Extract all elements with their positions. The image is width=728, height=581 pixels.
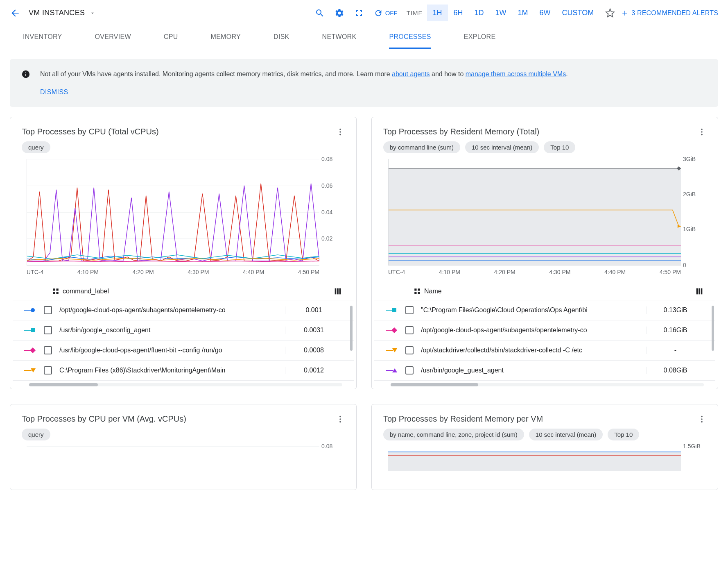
time-chip-1d[interactable]: 1D <box>469 5 490 21</box>
vertical-scrollbar[interactable] <box>712 306 714 351</box>
chart-cpu-total[interactable]: 0.08 0.06 0.04 0.02 <box>10 159 356 266</box>
series-marker <box>386 328 398 332</box>
banner-link-about-agents[interactable]: about agents <box>392 70 430 77</box>
series-marker <box>386 348 398 352</box>
tab-disk[interactable]: DISK <box>274 26 289 49</box>
time-chip-1h[interactable]: 1H <box>427 5 448 21</box>
legend-table: Name "C:\Program Files\Google\Cloud Oper… <box>374 283 715 386</box>
star-icon[interactable] <box>605 8 615 18</box>
svg-rect-3 <box>53 288 55 290</box>
chip[interactable]: by name, command line, zone, project id … <box>383 429 524 440</box>
svg-rect-6 <box>57 292 59 294</box>
series-marker <box>24 328 36 332</box>
tab-memory[interactable]: MEMORY <box>211 26 241 49</box>
card-menu-icon[interactable] <box>336 127 345 136</box>
horizontal-scrollbar[interactable] <box>391 383 704 386</box>
legend-row: C:\Program Files (x86)\Stackdriver\Monit… <box>13 361 354 381</box>
dismiss-button[interactable]: DISMISS <box>40 87 568 98</box>
card-menu-icon[interactable] <box>697 127 706 136</box>
horizontal-scrollbar[interactable] <box>29 383 342 386</box>
fullscreen-icon[interactable] <box>354 8 364 18</box>
series-checkbox[interactable] <box>405 346 414 354</box>
value-cell: 0.13GiB <box>647 306 704 314</box>
time-chip-1m[interactable]: 1M <box>512 5 534 21</box>
tab-cpu[interactable]: CPU <box>164 26 178 49</box>
command-label: /opt/google-cloud-ops-agent/subagents/op… <box>421 327 647 334</box>
series-checkbox[interactable] <box>44 366 52 374</box>
tab-inventory[interactable]: INVENTORY <box>23 26 62 49</box>
time-chip-1w[interactable]: 1W <box>490 5 512 21</box>
vertical-scrollbar[interactable] <box>350 306 353 351</box>
series-checkbox[interactable] <box>44 326 52 334</box>
column-select-icon[interactable] <box>695 287 704 296</box>
tab-explore[interactable]: EXPLORE <box>464 26 496 49</box>
chart-memory-total[interactable]: 3GiB 2GiB 1GiB 0 <box>372 159 718 266</box>
x-axis: UTC-4 4:10 PM 4:20 PM 4:30 PM 4:40 PM 4:… <box>384 266 705 279</box>
breakdown-icon[interactable] <box>52 288 59 295</box>
legend-header: command_label <box>63 288 109 295</box>
time-chip-custom[interactable]: CUSTOM <box>556 5 600 21</box>
banner-text-3: . <box>566 70 567 77</box>
value-cell: 0.001 <box>285 306 342 314</box>
legend-row: /usr/bin/google_guest_agent 0.08GiB <box>374 361 715 381</box>
legend-row: /usr/lib/google-cloud-ops-agent/fluent-b… <box>13 340 354 361</box>
card-title: Top Processes by CPU (Total vCPUs) <box>22 127 336 136</box>
tab-network[interactable]: NETWORK <box>322 26 357 49</box>
series-checkbox[interactable] <box>405 326 414 334</box>
svg-point-0 <box>339 128 341 130</box>
gear-icon[interactable] <box>335 8 344 18</box>
card-menu-icon[interactable] <box>336 415 345 424</box>
plus-icon <box>621 9 629 17</box>
x-axis: UTC-4 4:10 PM 4:20 PM 4:30 PM 4:40 PM 4:… <box>23 266 344 279</box>
svg-rect-21 <box>418 292 420 294</box>
svg-point-12 <box>701 134 703 135</box>
series-checkbox[interactable] <box>405 366 414 374</box>
recommended-alerts-button[interactable]: 3 RECOMMENDED ALERTS <box>621 9 718 17</box>
chip[interactable]: Top 10 <box>608 429 639 440</box>
chart-memory-per-vm[interactable]: 1.5GiB <box>372 446 718 471</box>
legend-row: "C:\Program Files\Google\Cloud Operation… <box>374 300 715 320</box>
card-memory-per-vm: Top Processes by Resident Memory per VM … <box>371 404 718 490</box>
series-checkbox[interactable] <box>405 306 414 314</box>
svg-point-25 <box>339 415 341 417</box>
svg-point-29 <box>701 418 703 420</box>
banner-text-2: and how to <box>430 70 466 77</box>
cards-grid: Top Processes by CPU (Total vCPUs) query… <box>0 117 728 500</box>
chart-cpu-per-vm[interactable]: 0.08 <box>10 446 356 479</box>
auto-refresh-button[interactable]: OFF <box>374 9 398 18</box>
back-arrow-icon[interactable] <box>10 8 20 18</box>
search-icon[interactable] <box>315 8 325 18</box>
svg-rect-4 <box>57 288 59 290</box>
chip-query[interactable]: query <box>22 141 50 153</box>
series-marker <box>24 308 36 312</box>
chip[interactable]: by command line (sum) <box>383 141 460 153</box>
series-checkbox[interactable] <box>44 306 52 314</box>
tab-processes[interactable]: PROCESSES <box>389 26 431 49</box>
time-chip-6w[interactable]: 6W <box>534 5 556 21</box>
banner-link-manage[interactable]: manage them across multiple VMs <box>466 70 566 77</box>
legend-row: /usr/bin/google_osconfig_agent 0.0031 <box>13 320 354 340</box>
chip-query[interactable]: query <box>22 429 50 440</box>
sub-tabs: INVENTORY OVERVIEW CPU MEMORY DISK NETWO… <box>0 26 728 49</box>
card-title: Top Processes by CPU per VM (Avg. vCPUs) <box>22 414 336 424</box>
page-title-dropdown[interactable]: VM INSTANCES <box>29 9 95 17</box>
breakdown-icon[interactable] <box>414 288 421 295</box>
value-cell: 0.0012 <box>285 367 342 374</box>
command-label: /usr/bin/google_osconfig_agent <box>59 327 285 334</box>
chevron-down-icon <box>90 10 95 16</box>
series-marker <box>24 348 36 352</box>
chip[interactable]: Top 10 <box>544 141 575 153</box>
time-chip-6h[interactable]: 6H <box>448 5 469 21</box>
chip[interactable]: 10 sec interval (mean) <box>465 141 539 153</box>
legend-row: /opt/google-cloud-ops-agent/subagents/op… <box>13 300 354 320</box>
column-select-icon[interactable] <box>333 287 342 296</box>
recommended-alerts-label: 3 RECOMMENDED ALERTS <box>631 9 718 17</box>
chart-lines <box>388 446 681 471</box>
agents-banner: Not all of your VMs have agents installe… <box>10 59 718 107</box>
series-checkbox[interactable] <box>44 346 52 354</box>
card-menu-icon[interactable] <box>697 415 706 424</box>
chip[interactable]: 10 sec interval (mean) <box>529 429 603 440</box>
card-cpu-total: Top Processes by CPU (Total vCPUs) query… <box>10 117 357 389</box>
top-toolbar: VM INSTANCES OFF TIME 1H 6H 1D 1W 1M 6W … <box>0 0 728 26</box>
tab-overview[interactable]: OVERVIEW <box>95 26 131 49</box>
